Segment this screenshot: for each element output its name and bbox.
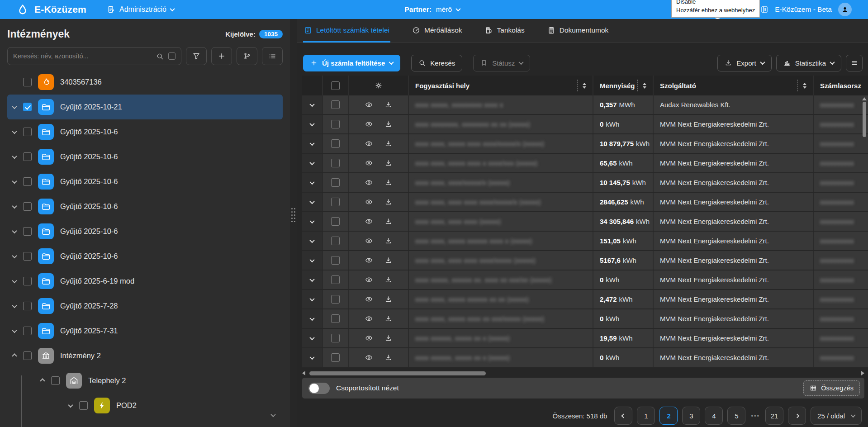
expand-chevron-icon[interactable]	[309, 101, 314, 106]
row-checkbox-cell[interactable]	[323, 212, 349, 231]
header-invoice-col[interactable]: Számlasorsz	[814, 76, 868, 95]
row-checkbox-cell[interactable]	[323, 309, 349, 328]
row-expand-cell[interactable]	[302, 251, 323, 270]
filter-button[interactable]	[186, 47, 207, 65]
tree-item[interactable]: Gyűjtő 2025-10-21	[7, 95, 283, 119]
search-input[interactable]	[13, 52, 152, 60]
download-icon[interactable]	[384, 140, 392, 147]
expand-chevron-icon[interactable]	[309, 140, 314, 145]
drag-handle-icon[interactable]	[291, 208, 295, 222]
row-expand-cell[interactable]	[302, 173, 323, 192]
tree-item[interactable]: Telephely 2	[35, 368, 283, 393]
download-icon[interactable]	[384, 198, 392, 206]
eye-icon[interactable]	[365, 140, 373, 147]
new-invoice-upload-button[interactable]: Új számla feltöltése	[303, 55, 400, 71]
workspace-label[interactable]: E-Közüzem - Beta	[775, 5, 832, 14]
expand-chevron-icon[interactable]	[12, 303, 17, 308]
row-expand-cell[interactable]	[302, 348, 323, 367]
tree-item[interactable]: Gyűjtő 2025-10-6	[7, 119, 283, 144]
sort-icon[interactable]	[583, 83, 586, 89]
expand-chevron-icon[interactable]	[309, 237, 314, 242]
user-avatar[interactable]	[838, 3, 852, 16]
row-checkbox-cell[interactable]	[323, 232, 349, 250]
scroll-left-arrow-icon[interactable]	[302, 371, 305, 375]
tree-item[interactable]: Gyűjtő 2025-10-6	[7, 194, 283, 219]
eye-icon[interactable]	[365, 159, 373, 167]
tree-item-checkbox[interactable]	[23, 128, 32, 136]
table-vertical-scrollbar[interactable]	[862, 97, 867, 366]
row-checkbox[interactable]	[331, 120, 340, 128]
eye-icon[interactable]	[365, 276, 373, 284]
page-button-5[interactable]: 5	[727, 407, 745, 425]
tree-item[interactable]: Gyűjtő 2025-10-6	[7, 169, 283, 194]
row-checkbox-cell[interactable]	[323, 329, 349, 347]
row-checkbox[interactable]	[331, 100, 340, 109]
eye-icon[interactable]	[365, 218, 373, 225]
row-checkbox-cell[interactable]	[323, 173, 349, 192]
export-button[interactable]: Export	[717, 55, 771, 71]
expand-chevron-icon[interactable]	[309, 296, 314, 301]
statistics-button[interactable]: Statisztika	[776, 55, 841, 71]
prev-page-button[interactable]	[614, 407, 632, 425]
expand-chevron-icon[interactable]	[309, 199, 314, 204]
expand-chevron-icon[interactable]	[309, 218, 314, 223]
row-expand-cell[interactable]	[302, 115, 323, 133]
eye-icon[interactable]	[365, 295, 373, 303]
eye-icon[interactable]	[365, 315, 373, 323]
row-checkbox[interactable]	[331, 217, 340, 226]
tree-item[interactable]: Intézmény 2	[7, 343, 283, 368]
header-checkbox-col[interactable]	[323, 76, 349, 95]
row-checkbox[interactable]	[331, 353, 340, 362]
header-quantity-col[interactable]: Mennyiség	[593, 76, 654, 95]
download-icon[interactable]	[384, 276, 392, 284]
row-checkbox[interactable]	[331, 178, 340, 187]
page-button-4[interactable]: 4	[705, 407, 723, 425]
tab-meter-readings[interactable]: Mérőállások	[411, 19, 463, 43]
list-view-button[interactable]	[262, 47, 283, 65]
download-icon[interactable]	[384, 159, 392, 167]
summary-button[interactable]: Összegzés	[803, 380, 860, 396]
row-checkbox-cell[interactable]	[323, 290, 349, 308]
tree-item[interactable]: Gyűjtő 2025-6-19 mod	[7, 269, 283, 294]
column-resize-handle[interactable]	[577, 80, 578, 91]
row-checkbox-cell[interactable]	[323, 193, 349, 211]
expand-chevron-icon[interactable]	[12, 153, 17, 158]
grouped-view-toggle[interactable]	[308, 383, 330, 394]
row-checkbox-cell[interactable]	[323, 154, 349, 172]
page-button-2-active[interactable]: 2	[659, 407, 678, 425]
expand-chevron-icon[interactable]	[12, 327, 17, 332]
tree-item-checkbox[interactable]	[23, 177, 32, 186]
eye-icon[interactable]	[365, 179, 373, 186]
download-icon[interactable]	[384, 334, 392, 342]
row-expand-cell[interactable]	[302, 309, 323, 328]
add-button[interactable]	[211, 47, 232, 65]
hierarchy-button[interactable]	[237, 47, 257, 65]
row-checkbox[interactable]	[331, 314, 340, 323]
row-expand-cell[interactable]	[302, 232, 323, 250]
tree-item-checkbox[interactable]	[23, 202, 32, 211]
download-icon[interactable]	[384, 315, 392, 323]
row-checkbox[interactable]	[331, 256, 340, 265]
expand-chevron-icon[interactable]	[12, 178, 17, 183]
scrollbar-thumb[interactable]	[309, 371, 486, 375]
download-icon[interactable]	[384, 218, 392, 225]
row-checkbox-cell[interactable]	[323, 270, 349, 289]
sort-icon[interactable]	[803, 83, 806, 89]
tree-item[interactable]: POD2	[63, 393, 283, 418]
tree-item[interactable]: 3403567136	[7, 70, 283, 95]
row-checkbox[interactable]	[331, 275, 340, 284]
row-checkbox[interactable]	[331, 295, 340, 304]
row-expand-cell[interactable]	[302, 134, 323, 153]
expand-chevron-icon[interactable]	[309, 276, 314, 281]
select-all-checkbox[interactable]	[331, 81, 340, 90]
row-expand-cell[interactable]	[302, 329, 323, 347]
header-provider-col[interactable]: Szolgáltató	[654, 76, 814, 95]
eye-icon[interactable]	[365, 120, 373, 128]
expand-chevron-icon[interactable]	[309, 257, 314, 262]
expand-chevron-icon[interactable]	[12, 128, 17, 133]
search-checkbox[interactable]	[168, 52, 175, 60]
header-settings-col[interactable]	[349, 76, 409, 95]
row-checkbox[interactable]	[331, 334, 340, 342]
tab-downloaded-invoice-items[interactable]: Letöltött számlák tételei	[303, 19, 390, 43]
eye-icon[interactable]	[365, 198, 373, 206]
